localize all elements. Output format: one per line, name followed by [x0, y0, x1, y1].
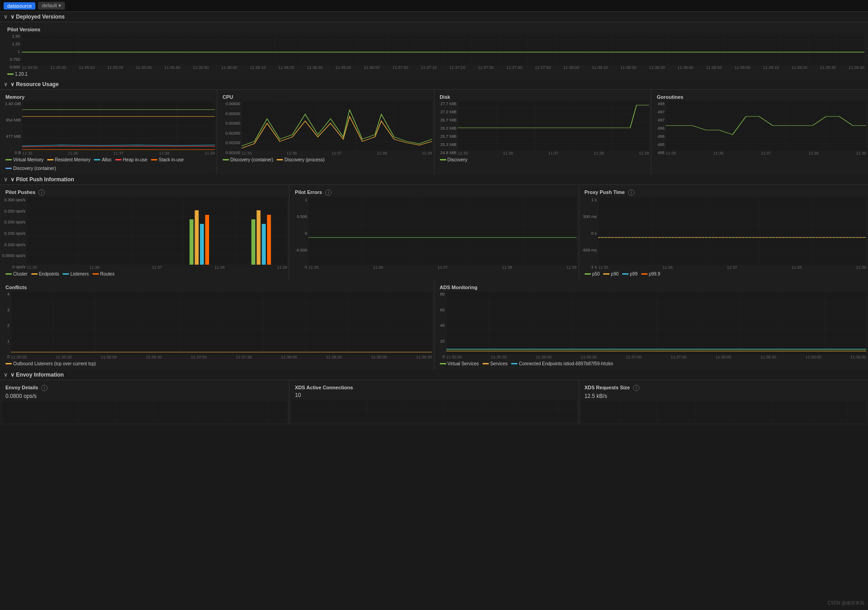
disk-legend: Discovery: [436, 156, 649, 164]
svg-rect-12: [27, 197, 287, 265]
memory-panel: Memory 1.40 GiB 954 MiB 477 MiB 0 B: [0, 90, 217, 174]
envoy-grid: Envoy Details i 0.0800 ops/s XDS Active …: [0, 380, 868, 425]
svg-rect-6: [242, 101, 432, 150]
svg-rect-39: [2, 400, 287, 423]
svg-rect-17: [251, 219, 255, 265]
envoy-details-stat: 0.0800 ops/s: [2, 392, 287, 400]
default-tag[interactable]: default ▾: [38, 2, 64, 10]
proxy-push-time-legend: p50 p90 p99 p99.9: [581, 270, 866, 278]
ads-monitoring-legend: Virtual Services Services Connected Endp…: [436, 360, 867, 368]
resource-usage-grid: Memory 1.40 GiB 954 MiB 477 MiB 0 B: [0, 90, 868, 174]
xds-active-connections-chart: [291, 399, 576, 422]
svg-rect-13: [190, 219, 194, 265]
memory-title: Memory: [2, 92, 215, 101]
pilot-pushes-chart: [27, 197, 287, 265]
proxy-push-time-title: Proxy Push Time i: [581, 187, 866, 197]
svg-rect-31: [11, 291, 432, 354]
proxy-push-time-panel: Proxy Push Time i 1 s 500 ms 0 s -500 ms…: [579, 185, 868, 280]
xds-active-connections-panel: XDS Active Connections 10: [289, 380, 578, 425]
svg-rect-34: [446, 291, 867, 354]
proxy-push-time-info-icon[interactable]: i: [628, 189, 634, 196]
pilot-pushes-legend: Cluster Endpoints Listeners Routes: [2, 270, 287, 278]
resource-usage-header[interactable]: ∨ Resource Usage: [0, 79, 868, 90]
pilot-versions-chart: [22, 33, 864, 65]
pilot-errors-info-icon[interactable]: i: [325, 189, 332, 196]
envoy-info-header[interactable]: ∨ Envoy Information: [0, 370, 868, 380]
pilot-errors-chart: [308, 197, 576, 265]
pilot-errors-panel: Pilot Errors i 1 0.500 0 -0.500 -1: [289, 185, 578, 280]
svg-rect-43: [581, 400, 866, 423]
svg-rect-22: [308, 197, 576, 265]
cpu-chart: [242, 101, 432, 150]
xds-requests-size-info-icon[interactable]: i: [633, 385, 639, 391]
xds-requests-size-chart: [581, 400, 866, 423]
xds-requests-size-title: XDS Requests Size i: [581, 382, 866, 392]
envoy-details-panel: Envoy Details i 0.0800 ops/s: [0, 380, 289, 425]
pilot-pushes-panel: Pilot Pushes i 0.300 ops/s 0.250 ops/s 0…: [0, 185, 289, 280]
conflicts-ads-grid: Conflicts 4 3 2 1 0: [0, 280, 868, 370]
legend-color-1.20.1: [7, 73, 14, 75]
xds-requests-size-stat: 12.5 kB/s: [581, 392, 866, 400]
cpu-panel: CPU 0.00600 0.00500 0.00400 0.00300 0.00…: [217, 90, 434, 174]
memory-chart: [22, 101, 215, 150]
pilot-versions-title: Pilot Versions: [4, 24, 864, 33]
conflicts-legend: Outbound Listeners (tcp over current tcp…: [2, 360, 432, 368]
svg-rect-1: [22, 33, 864, 65]
pilot-versions-legend: 1.20.1: [4, 70, 864, 78]
svg-rect-18: [257, 210, 261, 265]
svg-rect-41: [291, 399, 576, 422]
pilot-pushes-info-icon[interactable]: i: [39, 189, 45, 196]
deployed-versions-header[interactable]: ∨ Deployed Versions: [0, 12, 868, 22]
legend-item-1.20.1: 1.20.1: [7, 72, 28, 77]
goroutines-title: Goroutines: [653, 92, 866, 101]
xds-requests-size-panel: XDS Requests Size i 12.5 kB/s: [579, 380, 868, 425]
svg-rect-14: [195, 210, 199, 265]
ads-monitoring-title: ADS Monitoring: [436, 282, 867, 291]
envoy-details-title: Envoy Details i: [2, 382, 287, 392]
cpu-legend: Discovery (container) Discovery (process…: [219, 156, 432, 164]
pilot-errors-title: Pilot Errors i: [291, 187, 576, 197]
svg-rect-8: [458, 101, 649, 150]
disk-chart: [458, 101, 649, 150]
top-bar: datasource default ▾: [0, 0, 868, 12]
svg-rect-25: [598, 197, 866, 265]
datasource-tag[interactable]: datasource: [4, 2, 35, 10]
disk-panel: Disk 27.7 MiB 27.2 MiB 26.7 MiB 26.2 MiB…: [434, 90, 651, 174]
disk-title: Disk: [436, 92, 649, 101]
envoy-details-info-icon[interactable]: i: [41, 385, 48, 391]
svg-rect-10: [666, 101, 866, 150]
goroutines-chart: [666, 101, 866, 150]
svg-rect-4: [22, 101, 215, 150]
pilot-push-grid: Pilot Pushes i 0.300 ops/s 0.250 ops/s 0…: [0, 185, 868, 280]
svg-rect-20: [267, 215, 271, 265]
goroutines-panel: Goroutines 498 497 497 496 496 495 495: [651, 90, 868, 174]
pilot-versions-panel: Pilot Versions 1.50 1.25 1 0.750 0.500: [0, 22, 868, 79]
xds-active-connections-title: XDS Active Connections: [291, 382, 576, 391]
conflicts-panel: Conflicts 4 3 2 1 0: [0, 280, 434, 370]
svg-rect-19: [262, 224, 266, 265]
cpu-title: CPU: [219, 92, 432, 101]
proxy-push-time-chart: [598, 197, 866, 265]
xds-active-connections-stat: 10: [291, 391, 576, 399]
svg-rect-16: [205, 215, 209, 265]
memory-legend: Virtual Memory Resident Memory Alloc Hea…: [2, 156, 215, 173]
conflicts-title: Conflicts: [2, 282, 432, 291]
pilot-pushes-title: Pilot Pushes i: [2, 187, 287, 197]
conflicts-chart: [11, 291, 432, 354]
envoy-details-chart: [2, 400, 287, 423]
ads-monitoring-panel: ADS Monitoring 80 60 40 20 0: [434, 280, 868, 370]
svg-rect-15: [200, 224, 204, 265]
pilot-push-header[interactable]: ∨ Pilot Push Information: [0, 174, 868, 185]
ads-monitoring-chart: [446, 291, 867, 354]
